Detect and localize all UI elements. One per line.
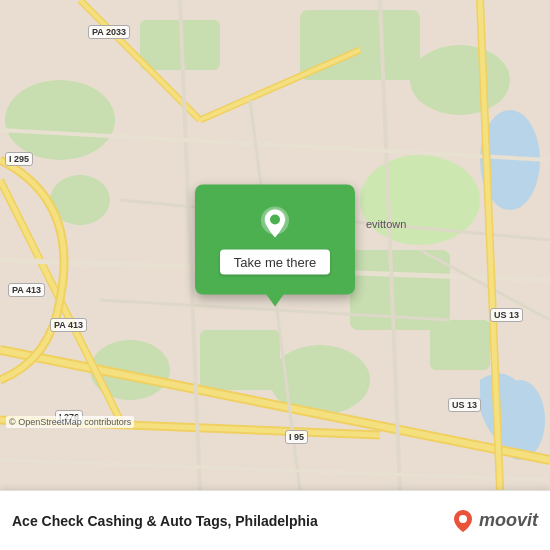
svg-rect-9 bbox=[200, 330, 280, 390]
svg-point-38 bbox=[459, 515, 467, 523]
popup-card: Take me there bbox=[195, 185, 355, 295]
moovit-logo: moovit bbox=[449, 507, 538, 535]
road-label-pa413a: PA 413 bbox=[8, 283, 45, 297]
location-title: Ace Check Cashing & Auto Tags, Philadelp… bbox=[12, 513, 449, 529]
svg-point-5 bbox=[410, 45, 510, 115]
road-label-pa413b: PA 413 bbox=[50, 318, 87, 332]
levittown-label: evittown bbox=[366, 218, 406, 230]
svg-point-1 bbox=[5, 80, 115, 160]
moovit-text: moovit bbox=[479, 510, 538, 531]
road-label-pa2033: PA 2033 bbox=[88, 25, 130, 39]
road-label-i295: I 295 bbox=[5, 152, 33, 166]
take-me-there-button[interactable]: Take me there bbox=[220, 249, 330, 274]
bottom-bar: Ace Check Cashing & Auto Tags, Philadelp… bbox=[0, 490, 550, 550]
map-popup: Take me there bbox=[195, 185, 355, 295]
location-pin-icon bbox=[257, 205, 293, 241]
osm-attribution: © OpenStreetMap contributors bbox=[6, 416, 134, 428]
road-label-us13b: US 13 bbox=[448, 398, 481, 412]
location-name: Ace Check Cashing & Auto Tags, Philadelp… bbox=[12, 513, 449, 529]
map-container: PA 2033 I 295 PA 413 PA 413 I 276 I 95 U… bbox=[0, 0, 550, 490]
road-label-us13a: US 13 bbox=[490, 308, 523, 322]
road-label-i95: I 95 bbox=[285, 430, 308, 444]
svg-point-37 bbox=[270, 214, 280, 224]
svg-rect-11 bbox=[430, 320, 490, 370]
moovit-pin-icon bbox=[449, 507, 477, 535]
